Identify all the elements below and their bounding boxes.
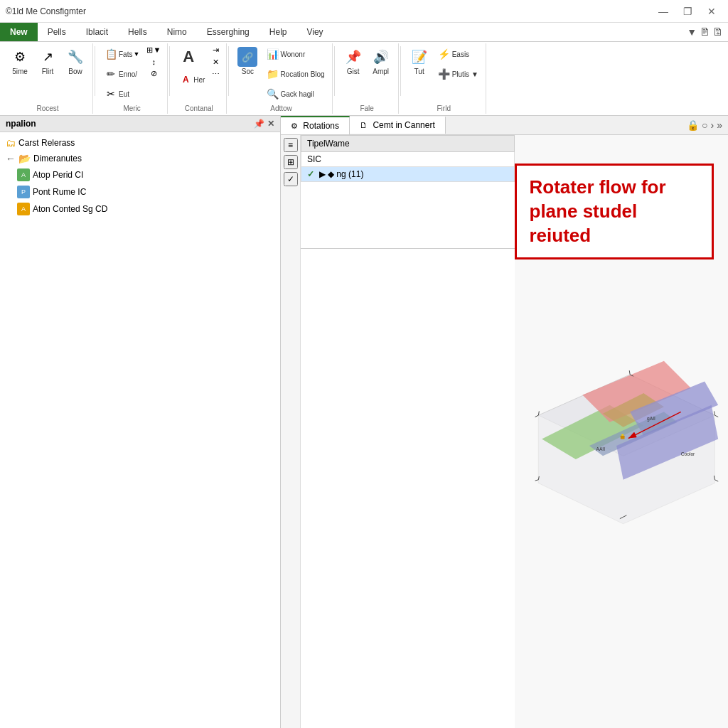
separator-1 (95, 46, 95, 96)
group-label-fale: Fale (360, 105, 373, 112)
panel-header: npalion 📌 ✕ (0, 116, 280, 132)
eut-icon: ✂ (104, 87, 118, 101)
ribbon-btn-plutis[interactable]: ➕ Plutis ▼ (434, 65, 481, 83)
tree-item-pont[interactable]: P Pont Rume IC (11, 183, 280, 200)
ribbon-btn-small2[interactable]: ↕ (144, 57, 163, 67)
ribbon-tabs: New Pells Iblacit Hells Nimo Esserghing … (0, 23, 728, 42)
rotations-tab-icon: ⚙ (291, 122, 298, 130)
tab-controls: 🔒 ○ › » (681, 119, 728, 131)
tab-rotations[interactable]: ⚙ Rotations (281, 116, 350, 134)
atop-icon: A (17, 168, 30, 181)
tab-scroll-end[interactable]: » (717, 119, 722, 131)
svg-line-18 (714, 480, 718, 481)
ribbon-group-fale: 📌 Gist 🔊 Ampl Fale (336, 43, 399, 114)
ribbon-btn-eut[interactable]: ✂ Eut (101, 85, 142, 103)
panel-pin-icon[interactable]: 📌 (254, 119, 264, 129)
tab-esserghing[interactable]: Esserghing (197, 23, 259, 41)
tab-scroll-left[interactable]: ○ (702, 119, 707, 131)
group-label-adttow: Adttow (270, 105, 292, 112)
tab-viey[interactable]: Viey (296, 23, 333, 41)
panel-close-icon[interactable]: ✕ (267, 119, 274, 129)
breadcrumb-item[interactable]: 🗂 Carst Relerass (0, 135, 280, 151)
separator-5 (400, 46, 401, 96)
ribbon-btn-soc[interactable]: 🔗 Soc (235, 45, 260, 77)
ribbon-group-rocest: ⚙ 5ime ↗ Flirt 🔧 Bow Rocest (3, 43, 93, 114)
tree-label-atop: Atop Perid CI (33, 170, 83, 180)
tree-area: 🗂 Carst Relerass ← 📂 Dimeranutes A Atop … (0, 132, 280, 728)
label-aall: AAII (596, 446, 605, 451)
table-row-sic[interactable]: SIC (301, 152, 515, 167)
svg-line-11 (714, 411, 714, 415)
easis-icon: ⚡ (437, 47, 451, 61)
table-row-ng[interactable]: ✓ ▶ ◆ ng (11) (301, 167, 515, 182)
ribbon-btn-fats[interactable]: 📋 Fats ▼ (101, 45, 142, 63)
tab-scroll-right[interactable]: › (711, 119, 714, 131)
ribbon-dropdown[interactable]: ▼ (687, 26, 697, 38)
tab-cemt[interactable]: 🗋 Cemt in Cannert (350, 117, 446, 134)
folder-icon: 🗂 (6, 137, 16, 149)
props-btn-check[interactable]: ✓ (284, 172, 298, 186)
ribbon-btn-ampl[interactable]: 🔊 Ampl (368, 45, 394, 77)
ribbon-btn-her[interactable]: A Her (176, 70, 208, 89)
ribbon-btn-flirt[interactable]: ↗ Flirt (35, 45, 60, 77)
tab-help[interactable]: Help (259, 23, 297, 41)
tab-iblacit[interactable]: Iblacit (76, 23, 118, 41)
breadcrumb-text: Carst Relerass (18, 138, 75, 148)
content-area: ≡ ⊞ ✓ TipelWame SIC (281, 135, 728, 728)
wononr-icon: 📊 (265, 47, 279, 61)
tree-label-aton: Aton Conted Sg CD (33, 204, 107, 214)
ribbon-btn-a-large[interactable]: A (176, 45, 208, 69)
soc-icon: 🔗 (237, 47, 257, 67)
minimize-button[interactable]: — (653, 4, 674, 18)
tab-pells[interactable]: Pells (38, 23, 76, 41)
group-label-rocest: Rocest (36, 105, 58, 112)
label-coolor: Coolor (680, 451, 695, 456)
ribbon-btn-arrows[interactable]: ⇥ (210, 45, 222, 55)
tab-cemt-label: Cemt in Cannert (373, 120, 434, 130)
maximize-button[interactable]: ❐ (677, 4, 698, 18)
ribbon-btn-small3[interactable]: ⊘ (144, 68, 163, 79)
ribbon-extra1[interactable]: 🖹 (700, 26, 710, 38)
ribbon-btn-rocation[interactable]: 📁 Rocation Blog (262, 65, 327, 83)
tree-back-row[interactable]: ← 📂 Dimeranutes (0, 151, 280, 166)
close-button[interactable]: ✕ (701, 4, 722, 18)
tree-item-aton[interactable]: A Aton Conted Sg CD (11, 200, 280, 218)
folder-dimeranutes-icon: 📂 (18, 153, 31, 164)
ribbon-btn-5ime[interactable]: ⚙ 5ime (7, 45, 33, 77)
enno-icon: ✏ (104, 67, 118, 81)
main-area: npalion 📌 ✕ 🗂 Carst Relerass ← 📂 Dimeran… (0, 116, 728, 728)
ribbon-btn-tut[interactable]: 📝 Tut (407, 45, 432, 77)
ribbon-group-meric: 📋 Fats ▼ ✏ Enno/ ✂ Eut ⊞▼ ↕ (97, 43, 168, 114)
ribbon-content: ⚙ 5ime ↗ Flirt 🔧 Bow Rocest 📋 (0, 42, 728, 115)
props-btn-grid[interactable]: ⊞ (284, 155, 298, 169)
tree-label-dimeranutes: Dimeranutes (33, 154, 82, 164)
tab-nimo[interactable]: Nimo (157, 23, 197, 41)
ribbon-btn-gack[interactable]: 🔍 Gack hagil (262, 85, 327, 103)
ribbon-extra2[interactable]: 🖺 (712, 26, 722, 38)
annotation-line1: Rotater flow for (530, 176, 666, 198)
ribbon-btn-bow[interactable]: 🔧 Bow (63, 45, 88, 77)
ribbon-btn-wononr[interactable]: 📊 Wononr (262, 45, 327, 63)
ribbon-btn-enno[interactable]: ✏ Enno/ (101, 65, 142, 83)
ribbon-btn-gist[interactable]: 📌 Gist (341, 45, 366, 77)
gack-icon: 🔍 (265, 87, 279, 101)
ribbon-btn-small1[interactable]: ⊞▼ (144, 45, 163, 55)
cell-sic: SIC (301, 152, 515, 167)
ribbon-btn-easis[interactable]: ⚡ Easis (434, 45, 481, 63)
props-btn-list[interactable]: ≡ (284, 138, 298, 152)
separator-3 (228, 46, 229, 96)
ampl-icon: 🔊 (371, 47, 391, 67)
separator-4 (334, 46, 335, 96)
ribbon-btn-dots[interactable]: ⋯ (210, 69, 222, 80)
svg-line-9 (538, 411, 539, 415)
panel-title: npalion (6, 119, 36, 129)
ribbon-btn-x[interactable]: ✕ (210, 57, 222, 68)
tab-new[interactable]: New (0, 23, 38, 41)
cemt-tab-icon: 🗋 (360, 121, 368, 129)
property-table: TipelWame SIC ✓ ▶ ◆ ng (11) (301, 135, 515, 182)
tab-hells[interactable]: Hells (118, 23, 157, 41)
tree-item-atop[interactable]: A Atop Perid CI (11, 166, 280, 183)
tree-label-pont: Pont Rume IC (33, 187, 86, 197)
tab-close-btn[interactable]: 🔒 (687, 119, 699, 131)
tabs-bar: ⚙ Rotations 🗋 Cemt in Cannert 🔒 ○ › » (281, 116, 728, 135)
